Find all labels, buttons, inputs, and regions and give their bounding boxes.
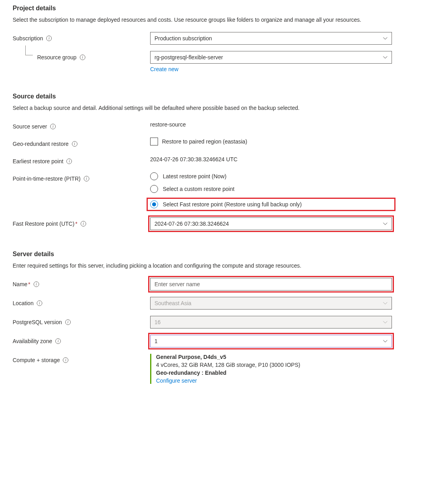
resource-group-dropdown[interactable]: rg-postgresql-flexible-server	[150, 51, 392, 64]
info-icon[interactable]: i	[80, 55, 85, 60]
availability-zone-value: 1	[154, 338, 158, 344]
pg-version-label: PostgreSQL version	[13, 319, 62, 325]
chevron-down-icon	[383, 221, 388, 226]
resource-group-label: Resource group	[37, 54, 77, 60]
info-icon[interactable]: i	[65, 319, 71, 325]
pitr-radio-fast-label: Select Fast restore point (Restore using…	[163, 201, 302, 208]
info-icon[interactable]: i	[37, 300, 42, 306]
info-icon[interactable]: i	[34, 281, 39, 287]
compute-storage-label: Compute + storage	[13, 357, 60, 363]
radio-icon	[150, 185, 158, 193]
geo-redundant-label: Geo-redundant restore	[13, 141, 69, 147]
location-dropdown: Southeast Asia	[150, 297, 392, 310]
pitr-radio-custom[interactable]: Select a custom restore point	[150, 185, 392, 193]
fast-restore-point-label: Fast Restore point (UTC)	[13, 221, 74, 227]
resource-group-value: rg-postgresql-flexible-server	[154, 54, 223, 60]
radio-icon	[150, 172, 158, 180]
chevron-down-icon	[383, 55, 388, 60]
subscription-dropdown[interactable]: Production subscription	[150, 32, 392, 45]
radio-icon	[150, 200, 158, 208]
create-new-link[interactable]: Create new	[150, 66, 179, 72]
chevron-down-icon	[383, 320, 388, 325]
compute-geo-line: Geo-redundancy : Enabled	[156, 370, 392, 376]
required-indicator: *	[75, 221, 77, 227]
project-details-heading: Project details	[13, 5, 422, 12]
chevron-down-icon	[383, 339, 388, 344]
project-details-description: Select the subscription to manage deploy…	[13, 16, 422, 24]
chevron-down-icon	[383, 36, 388, 41]
chevron-down-icon	[383, 301, 388, 306]
availability-zone-label: Availability zone	[13, 338, 52, 344]
info-icon[interactable]: i	[50, 124, 56, 129]
earliest-restore-label: Earliest restore point	[13, 158, 63, 164]
earliest-restore-value: 2024-07-26 07:30:38.3246624 UTC	[150, 155, 392, 162]
compute-spec-line: 4 vCores, 32 GiB RAM, 128 GiB storage, P…	[156, 362, 392, 368]
fast-restore-point-value: 2024-07-26 07:30:38.3246624	[154, 221, 229, 227]
configure-server-link[interactable]: Configure server	[156, 378, 197, 384]
pg-version-dropdown: 16	[150, 316, 392, 328]
info-icon[interactable]: i	[46, 36, 52, 41]
info-icon[interactable]: i	[66, 159, 72, 164]
info-icon[interactable]: i	[55, 338, 61, 344]
pitr-radio-custom-label: Select a custom restore point	[163, 186, 234, 192]
compute-sku-title: General Purpose, D4ds_v5	[156, 354, 392, 360]
info-icon[interactable]: i	[72, 141, 77, 147]
geo-redundant-checkbox-label: Restore to paired region (eastasia)	[162, 138, 247, 145]
location-value: Southeast Asia	[154, 300, 191, 306]
subscription-label: Subscription	[13, 35, 43, 42]
server-details-description: Enter required settings for this server,…	[13, 262, 422, 270]
availability-zone-dropdown[interactable]: 1	[150, 335, 392, 347]
required-indicator: *	[28, 281, 30, 287]
source-details-heading: Source details	[13, 93, 422, 100]
info-icon[interactable]: i	[81, 221, 86, 227]
subscription-value: Production subscription	[154, 35, 212, 42]
pitr-radio-fast[interactable]: Select Fast restore point (Restore using…	[150, 200, 392, 208]
source-server-value: restore-source	[150, 120, 392, 128]
info-icon[interactable]: i	[84, 176, 89, 181]
pitr-label: Point-in-time-restore (PITR)	[13, 176, 81, 182]
server-details-heading: Server details	[13, 251, 422, 258]
source-server-label: Source server	[13, 123, 47, 130]
compute-storage-summary: General Purpose, D4ds_v5 4 vCores, 32 Gi…	[150, 354, 392, 384]
source-details-description: Select a backup source and detail. Addit…	[13, 104, 422, 112]
server-name-input[interactable]	[150, 278, 392, 291]
location-label: Location	[13, 300, 34, 306]
pitr-radio-latest[interactable]: Latest restore point (Now)	[150, 172, 392, 180]
geo-redundant-checkbox[interactable]	[150, 138, 158, 145]
fast-restore-point-dropdown[interactable]: 2024-07-26 07:30:38.3246624	[150, 217, 392, 230]
name-label: Name	[13, 281, 27, 287]
pg-version-value: 16	[154, 319, 161, 325]
info-icon[interactable]: i	[63, 357, 68, 363]
pitr-radio-latest-label: Latest restore point (Now)	[163, 173, 226, 179]
